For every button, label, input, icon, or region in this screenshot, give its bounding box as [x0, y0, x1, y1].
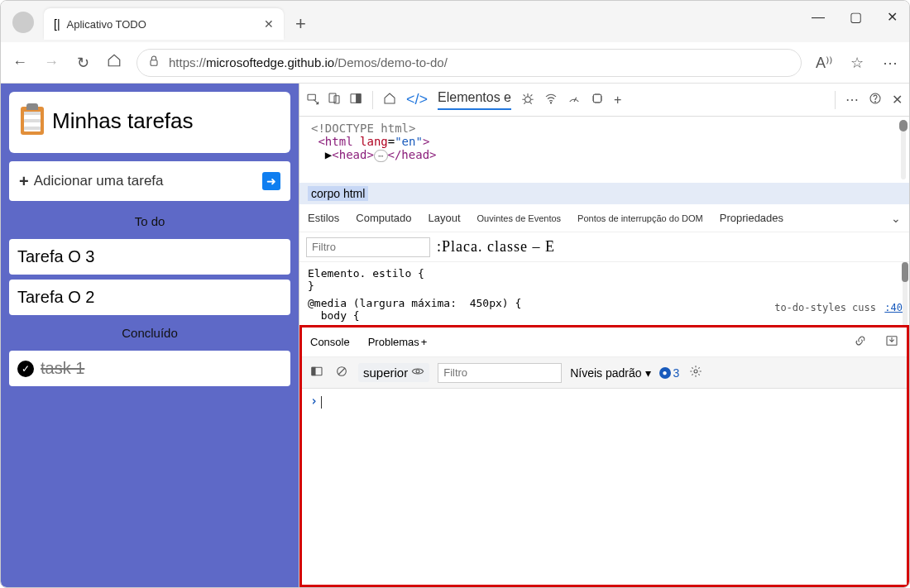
close-window-icon[interactable]: ✕	[887, 9, 898, 25]
back-icon[interactable]: ←	[11, 54, 29, 71]
source-file[interactable]: to-do-styles cuss	[774, 302, 876, 313]
svg-point-15	[416, 370, 419, 373]
help-icon[interactable]	[869, 92, 882, 108]
dom-line: <html lang="en">	[311, 135, 898, 148]
tab-elements[interactable]: Elementos e	[438, 90, 511, 110]
chat-bubble-icon: ●	[659, 367, 671, 379]
settings-gear-icon[interactable]	[687, 365, 704, 380]
svg-point-16	[694, 370, 697, 373]
message-count[interactable]: ● 3	[659, 366, 680, 380]
home-icon[interactable]	[105, 53, 123, 72]
console-context[interactable]: superior	[358, 363, 429, 382]
clipboard-icon	[21, 107, 44, 135]
task-row[interactable]: Tarefa O 2	[9, 280, 290, 315]
plus-icon: +	[19, 172, 29, 191]
svg-rect-5	[357, 93, 361, 103]
style-line: }	[308, 280, 901, 292]
tab-listeners[interactable]: Ouvintes de Eventos	[477, 213, 562, 223]
todo-app: Minhas tarefas + Adicionar uma tarefa ➜ …	[1, 84, 299, 587]
app-title: Minhas tarefas	[52, 108, 194, 134]
new-tab-button[interactable]: +	[295, 13, 306, 35]
tab-properties[interactable]: Propriedades	[720, 212, 783, 224]
reload-icon[interactable]: ↻	[74, 54, 92, 72]
console-body[interactable]: ›	[302, 389, 907, 585]
svg-point-7	[550, 102, 551, 103]
network-icon[interactable]	[544, 92, 558, 108]
drawer-link-icon[interactable]	[854, 334, 867, 350]
console-toolbar: superior Níveis padrão▾ ● 3	[302, 357, 907, 389]
tab-computed[interactable]: Computado	[356, 212, 411, 224]
forward-icon: →	[42, 54, 60, 71]
task-row[interactable]: Tarefa O 3	[9, 239, 290, 275]
todo-heading: To do	[9, 206, 290, 237]
drawer-tab-row: Console Problemas+	[302, 327, 907, 357]
svg-rect-1	[308, 94, 315, 100]
styles-toolbar-text: :Placa. classe – E	[437, 238, 555, 256]
source-line[interactable]: :40	[884, 302, 903, 313]
tab-console[interactable]: Console	[310, 336, 350, 348]
inspect-icon[interactable]	[306, 92, 319, 108]
browser-tab[interactable]: [| Aplicativo TODO ✕	[44, 8, 284, 40]
task-label: Tarefa O 3	[17, 247, 94, 266]
lock-icon	[147, 55, 160, 70]
dock-icon[interactable]	[349, 92, 362, 108]
console-filter-input[interactable]	[438, 363, 562, 383]
done-heading: Concluído	[9, 318, 290, 348]
log-levels[interactable]: Níveis padrão▾	[570, 366, 650, 380]
devtools-more-icon[interactable]: ⋯	[845, 92, 859, 108]
styles-scrollbar[interactable]	[902, 262, 908, 282]
dom-line: <!DOCTYPE html>	[311, 122, 415, 135]
url-bar[interactable]: https://microsoftedge.github.io/Demos/de…	[136, 49, 802, 77]
more-tabs-icon[interactable]: +	[614, 93, 621, 108]
welcome-icon[interactable]	[383, 92, 396, 108]
clear-console-icon[interactable]	[333, 365, 350, 380]
tab-close-icon[interactable]: ✕	[264, 17, 274, 31]
styles-rules[interactable]: Elemento. estilo { } @media (largura máx…	[299, 262, 909, 325]
dom-tree[interactable]: <!DOCTYPE html> <html lang="en"> ▶<head>…	[299, 117, 909, 183]
elements-code-icon: </>	[406, 91, 428, 108]
read-aloud-icon[interactable]: A⁾⁾	[815, 54, 833, 72]
task-label: Tarefa O 2	[17, 288, 94, 307]
tab-strip: [| Aplicativo TODO ✕ +	[1, 1, 909, 42]
device-toggle-icon[interactable]	[328, 92, 341, 108]
prompt-icon: ›	[310, 394, 318, 409]
styles-tab-row: Estilos Computado Layout Ouvintes de Eve…	[299, 204, 909, 232]
svg-rect-8	[593, 94, 601, 102]
profile-avatar[interactable]	[12, 12, 34, 33]
debugger-icon[interactable]	[521, 92, 534, 108]
favorite-icon[interactable]: ☆	[848, 54, 866, 72]
add-task-label: Adicionar uma tarefa	[34, 173, 164, 189]
style-line: Elemento. estilo {	[308, 267, 901, 280]
styles-filter-row: :Placa. classe – E	[299, 232, 909, 262]
chevron-down-icon[interactable]: ⌄	[891, 212, 901, 225]
svg-rect-2	[329, 93, 336, 103]
add-task-input[interactable]: + Adicionar uma tarefa ➜	[9, 161, 290, 201]
tab-styles[interactable]: Estilos	[308, 212, 339, 224]
maximize-icon[interactable]: ▢	[850, 9, 862, 25]
more-menu-icon[interactable]: ⋯	[881, 54, 899, 72]
memory-icon[interactable]	[591, 92, 604, 108]
task-label: task 1	[41, 359, 84, 378]
breadcrumb-text: corpo html	[308, 186, 368, 201]
svg-rect-13	[312, 367, 315, 375]
drawer-dock-icon[interactable]	[885, 334, 898, 350]
browser-toolbar: ← → ↻ https://microsoftedge.github.io/De…	[1, 42, 909, 84]
tab-dom-breakpoints[interactable]: Pontos de interrupção do DOM	[577, 213, 703, 223]
tab-layout[interactable]: Layout	[429, 212, 461, 224]
tab-title: Aplicativo TODO	[67, 18, 257, 31]
devtools-toolbar: </> Elementos e + ⋯ ✕	[299, 84, 909, 117]
console-cursor	[321, 396, 322, 409]
tab-problems[interactable]: Problemas+	[368, 336, 428, 348]
svg-point-6	[525, 97, 531, 103]
sidebar-toggle-icon[interactable]	[309, 365, 325, 380]
performance-icon[interactable]	[568, 92, 581, 108]
styles-filter-input[interactable]	[306, 237, 430, 257]
check-icon: ✓	[17, 361, 34, 377]
url-text: https://microsoftedge.github.io/Demos/de…	[169, 55, 448, 69]
eye-icon	[411, 365, 424, 380]
minimize-icon[interactable]: —	[812, 10, 825, 25]
devtools-close-icon[interactable]: ✕	[892, 92, 903, 108]
task-row-done[interactable]: ✓ task 1	[9, 351, 290, 386]
submit-task-button[interactable]: ➜	[262, 172, 280, 190]
dom-breadcrumb[interactable]: corpo html	[299, 183, 909, 204]
